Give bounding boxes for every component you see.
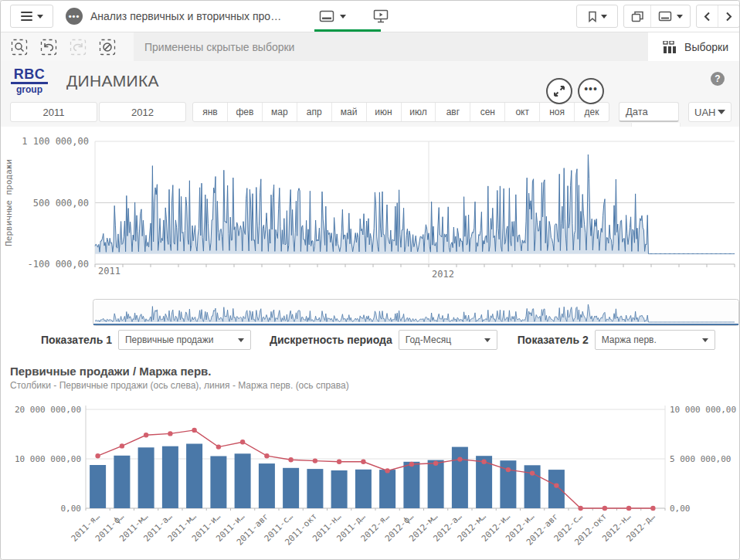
duplicate-sheet-button[interactable] xyxy=(624,5,651,27)
margin-point-2011-янв[interactable] xyxy=(95,453,100,458)
bar-2011-дек[interactable] xyxy=(355,470,372,508)
selections-toolbar: Применены скрытые выборки Выборки xyxy=(1,32,740,62)
bar-2011-сен[interactable] xyxy=(283,468,299,508)
month-filter-авг[interactable]: авг xyxy=(436,103,470,121)
margin-point-2011-май[interactable] xyxy=(192,428,196,433)
month-filter-ноя[interactable]: ноя xyxy=(540,103,575,121)
next-sheet-button[interactable] xyxy=(718,5,739,27)
selections-tool-icon xyxy=(663,41,677,53)
presenter-icon[interactable] xyxy=(372,9,389,23)
margin-point-2012-дек[interactable] xyxy=(650,506,655,511)
month-filter-янв[interactable]: янв xyxy=(193,103,228,121)
selections-tool-button[interactable]: Выборки xyxy=(663,32,740,61)
margin-point-2012-май[interactable] xyxy=(481,460,486,464)
month-filter-мар[interactable]: мар xyxy=(263,103,297,121)
bar-2011-апр[interactable] xyxy=(162,446,178,508)
dropdown-caret-icon xyxy=(718,110,725,114)
redo-selection-button[interactable] xyxy=(66,37,90,57)
sheet-view-button[interactable] xyxy=(319,10,346,22)
bookmark-button[interactable] xyxy=(576,5,618,28)
margin-point-2011-июн[interactable] xyxy=(216,444,221,449)
right-axis-tick-label: 10 000 000,00 xyxy=(670,405,736,415)
margin-point-2012-фев[interactable] xyxy=(409,462,414,467)
month-filter-июл[interactable]: июл xyxy=(402,103,436,121)
margin-point-2012-сен[interactable] xyxy=(578,506,582,511)
bar-2011-янв[interactable] xyxy=(90,465,106,508)
margin-point-2011-ноя[interactable] xyxy=(337,460,341,464)
caret-down-icon xyxy=(601,15,607,19)
month-filter-дек[interactable]: дек xyxy=(575,103,609,121)
bar-2012-янв[interactable] xyxy=(379,470,395,508)
sheet-icon xyxy=(658,11,672,22)
period-dropdown[interactable]: Год-Месяц xyxy=(399,330,497,350)
margin-point-2012-июн[interactable] xyxy=(506,467,511,472)
sheet-list-button[interactable] xyxy=(651,5,690,27)
month-filter-апр[interactable]: апр xyxy=(297,103,332,121)
bar-2012-фев[interactable] xyxy=(403,462,419,508)
more-options-button[interactable]: ••• xyxy=(578,78,604,104)
bar-2011-май[interactable] xyxy=(186,444,202,509)
duplicate-icon xyxy=(631,11,643,22)
currency-value: UAH xyxy=(694,107,715,118)
bar-2011-июл[interactable] xyxy=(235,453,251,508)
margin-point-2012-июл[interactable] xyxy=(530,470,535,475)
left-axis-tick-label: 10 000 000,00 xyxy=(15,454,81,464)
left-axis-tick-label: 20 000 000,00 xyxy=(15,405,81,415)
margin-point-2011-авг[interactable] xyxy=(264,453,269,458)
margin-line xyxy=(98,430,653,508)
x-axis-year-label: 2012 xyxy=(432,269,454,280)
primary-sales-area-chart[interactable]: 1 100 000,00500 000,00-100 000,00Первичн… xyxy=(1,128,740,328)
bar-2011-ноя[interactable] xyxy=(331,470,348,508)
bar-2011-июн[interactable] xyxy=(210,456,226,509)
month-filter-май[interactable]: май xyxy=(332,103,367,121)
sheet-nav-group xyxy=(623,5,691,28)
indicator2-dropdown[interactable]: Маржа перв. xyxy=(595,330,715,350)
selections-message: Применены скрытые выборки xyxy=(134,32,648,61)
bar-2011-мар[interactable] xyxy=(138,447,154,508)
bar-2011-авг[interactable] xyxy=(259,463,275,508)
margin-point-2011-дек[interactable] xyxy=(361,460,365,464)
margin-point-2011-окт[interactable] xyxy=(313,458,317,463)
year-filter-2011[interactable]: 2011 xyxy=(10,102,97,122)
margin-point-2012-апр[interactable] xyxy=(457,456,462,461)
indicator1-dropdown[interactable]: Первичные продажи xyxy=(118,330,251,350)
margin-point-2011-сен[interactable] xyxy=(288,457,293,462)
prev-sheet-button[interactable] xyxy=(697,5,718,27)
page-nav-group xyxy=(696,5,740,28)
bar-2012-мар[interactable] xyxy=(428,460,444,508)
dropdown-caret-icon xyxy=(238,338,244,342)
period-value: Год-Месяц xyxy=(406,334,451,345)
bar-2012-авг[interactable] xyxy=(548,470,565,508)
bar-2012-апр[interactable] xyxy=(452,447,468,508)
more-options-icon: ••• xyxy=(584,83,598,95)
global-menu-button[interactable] xyxy=(10,5,53,28)
clear-selections-icon xyxy=(104,43,111,51)
margin-point-2012-ноя[interactable] xyxy=(626,506,631,511)
combo-chart[interactable]: 20 000 000,0010 000 000,000,0010 000 000… xyxy=(1,402,740,560)
caret-down-icon xyxy=(37,15,43,19)
prev-arrow-icon xyxy=(704,12,711,22)
clear-selections-button[interactable] xyxy=(95,37,120,57)
margin-point-2011-фев[interactable] xyxy=(120,443,124,448)
bar-2011-фев[interactable] xyxy=(114,456,130,508)
margin-point-2012-окт[interactable] xyxy=(603,506,607,511)
margin-point-2011-апр[interactable] xyxy=(168,431,172,436)
date-filter-listbox[interactable]: Дата xyxy=(619,102,679,122)
month-filter-июн[interactable]: июн xyxy=(367,103,402,121)
bar-2011-окт[interactable] xyxy=(307,469,323,508)
help-icon[interactable]: ? xyxy=(711,72,725,86)
margin-point-2011-мар[interactable] xyxy=(144,433,148,437)
app-info-icon[interactable]: ••• xyxy=(66,8,83,25)
month-filter-фев[interactable]: фев xyxy=(228,103,263,121)
undo-selection-button[interactable] xyxy=(36,37,61,57)
smart-search-button[interactable] xyxy=(7,37,32,57)
margin-point-2012-мар[interactable] xyxy=(433,461,438,466)
margin-point-2011-июл[interactable] xyxy=(240,440,245,444)
margin-point-2012-авг[interactable] xyxy=(554,483,558,487)
year-filter-2012[interactable]: 2012 xyxy=(99,102,186,122)
margin-point-2012-янв[interactable] xyxy=(385,468,389,473)
month-filter-сен[interactable]: сен xyxy=(470,103,505,121)
currency-dropdown[interactable]: UAH xyxy=(688,102,732,122)
month-filter-окт[interactable]: окт xyxy=(505,103,540,121)
expand-button[interactable] xyxy=(546,78,572,104)
